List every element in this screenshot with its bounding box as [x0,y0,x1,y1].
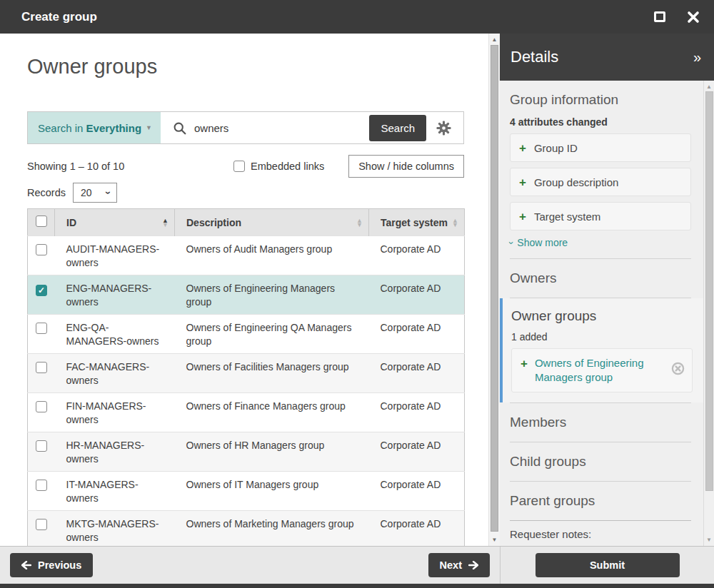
show-more-link[interactable]: › Show more [510,237,691,248]
child-groups-section-heading[interactable]: Child groups [510,442,691,481]
owner-groups-added-status: 1 added [511,331,693,343]
owner-groups-section: Owner groups 1 added + Owners of Enginee… [500,298,707,402]
table-header-row: ID ▲▼ Description ▲▼ Target system [28,209,465,236]
table-row[interactable]: IT-MANAGERS-owners Owners of IT Managers… [28,472,465,511]
details-panel: Details » Group information 4 attributes… [500,34,714,546]
details-panel-header: Details » [500,34,714,81]
embedded-links-checkbox[interactable] [233,161,245,172]
sort-icon: ▲▼ [448,218,458,227]
parent-groups-section-heading[interactable]: Parent groups [510,482,691,520]
plus-icon: + [519,176,526,188]
row-checkbox[interactable] [36,362,47,373]
arrow-left-icon [21,561,31,569]
results-count: Showing 1 – 10 of 10 [27,161,124,172]
remove-icon[interactable] [671,362,685,375]
records-per-page-select[interactable]: 20 › [73,183,117,203]
footer-bar: Previous Next Submit [0,546,714,584]
row-checkbox[interactable] [36,440,47,452]
details-title: Details [511,48,693,66]
row-checkbox-checked[interactable]: ✓ [36,285,47,296]
attributes-changed-status: 4 attributes changed [510,116,691,128]
scroll-up-icon[interactable]: ▲ [489,36,500,43]
search-query: owners [194,122,228,134]
search-scope-dropdown[interactable]: Search in Everything ▼ [28,112,161,143]
owner-group-link[interactable]: Owners of Engineering Managers group [535,356,664,385]
changed-attribute-target-system: + Target system [510,202,691,230]
owner-groups-table: ID ▲▼ Description ▲▼ Target system [27,208,465,546]
divider [510,520,691,521]
maximize-icon[interactable] [654,11,665,22]
table-row[interactable]: MKTG-MANAGERS-owners Owners of Marketing… [28,511,465,547]
added-owner-group-item: + Owners of Engineering Managers group [511,348,693,392]
row-checkbox[interactable] [36,401,47,412]
search-scope-label: Search in Everything [38,122,141,134]
search-bar: Search in Everything ▼ owners Search [27,111,464,144]
show-hide-columns-button[interactable]: Show / hide columns [348,155,464,178]
main-scrollbar[interactable]: ▲ ▼ [488,34,500,546]
row-checkbox[interactable] [36,480,47,491]
gear-icon[interactable] [436,120,452,136]
table-row[interactable]: ENG-QA-MANAGERS-owners Owners of Enginee… [28,315,465,354]
changed-attribute-group-id: + Group ID [510,133,691,162]
window-bottom-edge [0,584,714,588]
submit-button[interactable]: Submit [536,553,680,577]
records-label: Records [27,187,66,198]
group-information-heading: Group information [510,81,691,108]
create-group-dialog: Create group Owner groups Search in Ever… [0,0,714,588]
changed-attribute-group-description: + Group description [510,168,691,196]
column-header-target-system[interactable]: Target system ▲▼ [369,209,465,236]
previous-button[interactable]: Previous [10,553,93,577]
scrollbar-thumb[interactable] [705,91,713,491]
details-scrollbar[interactable]: ▲ ▼ [703,81,714,546]
column-header-id[interactable]: ID ▲▼ [55,209,175,236]
requester-notes-label: Requester notes: [510,528,691,540]
members-section-heading[interactable]: Members [510,403,691,442]
plus-icon: + [519,142,526,154]
scrollbar-thumb[interactable] [491,45,498,532]
table-row[interactable]: FAC-MANAGERS-owners Owners of Facilities… [28,354,465,393]
row-checkbox[interactable] [36,323,47,334]
search-button[interactable]: Search [369,115,426,141]
chevron-down-icon: › [506,241,517,244]
next-button[interactable]: Next [428,553,490,577]
row-checkbox[interactable] [36,519,47,530]
collapse-panel-icon[interactable]: » [693,49,701,66]
select-chevron-icon: › [104,191,115,195]
row-checkbox[interactable] [36,244,47,255]
sort-icon: ▲▼ [352,218,363,227]
window-title: Create group [21,10,654,24]
plus-icon: + [519,211,526,223]
table-row[interactable]: HR-MANAGERS-owners Owners of HR Managers… [28,432,465,472]
search-input[interactable]: owners [161,121,369,135]
owners-section-heading[interactable]: Owners [510,259,691,298]
close-icon[interactable] [687,11,700,24]
search-icon [173,121,186,135]
owner-groups-heading: Owner groups [511,308,693,324]
scroll-down-icon[interactable]: ▼ [704,537,714,543]
select-all-checkbox[interactable] [36,216,47,227]
sort-icon: ▲▼ [158,218,169,227]
arrow-right-icon [468,561,478,569]
plus-icon: + [521,358,528,370]
table-row-selected[interactable]: ✓ ENG-MANAGERS-owners Owners of Engineer… [28,275,465,315]
title-bar: Create group [0,0,714,34]
embedded-links-label: Embedded links [251,161,324,172]
page-title: Owner groups [27,55,464,78]
table-row[interactable]: FIN-MANAGERS-owners Owners of Finance Ma… [28,393,465,432]
column-header-description[interactable]: Description ▲▼ [175,209,369,236]
dropdown-arrow-icon: ▼ [146,124,152,131]
scroll-down-icon[interactable]: ▼ [489,537,500,543]
scroll-up-icon[interactable]: ▲ [704,83,714,90]
table-row[interactable]: AUDIT-MANAGERS-owners Owners of Audit Ma… [28,236,465,275]
main-content: Owner groups Search in Everything ▼ owne… [0,34,500,546]
